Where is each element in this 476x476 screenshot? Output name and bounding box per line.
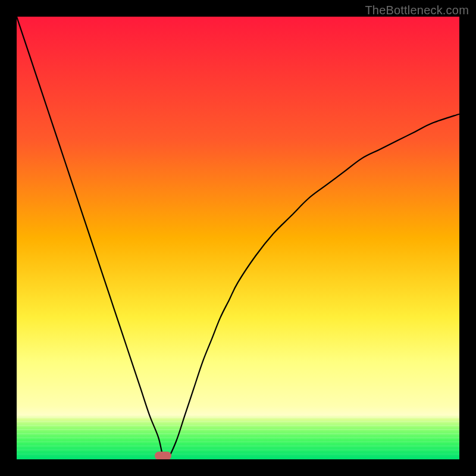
plot-area — [17, 17, 459, 459]
bottleneck-curve — [17, 17, 459, 459]
chart-frame: TheBottleneck.com — [0, 0, 476, 476]
watermark-text: TheBottleneck.com — [365, 4, 469, 17]
minimum-marker — [155, 452, 171, 459]
